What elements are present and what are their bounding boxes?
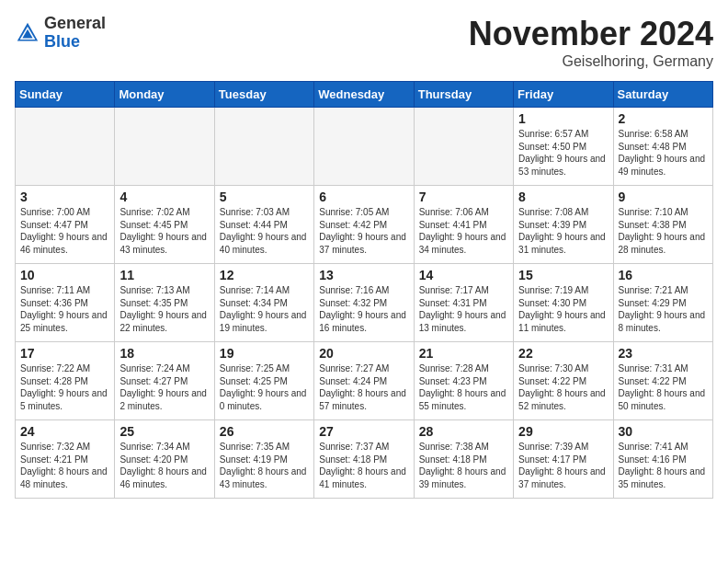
calendar-cell: 7Sunrise: 7:06 AM Sunset: 4:41 PM Daylig… (414, 186, 513, 264)
day-number: 14 (419, 268, 508, 282)
day-info: Sunrise: 7:14 AM Sunset: 4:34 PM Dayligh… (220, 284, 309, 334)
calendar-cell: 4Sunrise: 7:02 AM Sunset: 4:45 PM Daylig… (115, 186, 214, 264)
day-info: Sunrise: 7:35 AM Sunset: 4:19 PM Dayligh… (220, 441, 309, 490)
day-number: 2 (619, 111, 708, 126)
day-info: Sunrise: 7:19 AM Sunset: 4:30 PM Dayligh… (518, 284, 608, 334)
calendar-week-row: 10Sunrise: 7:11 AM Sunset: 4:36 PM Dayli… (16, 264, 713, 342)
day-number: 6 (319, 190, 408, 204)
weekday-header-row: SundayMondayTuesdayWednesdayThursdayFrid… (16, 82, 713, 108)
day-number: 15 (518, 268, 608, 282)
day-number: 29 (518, 424, 608, 439)
calendar-cell (16, 108, 115, 186)
logo-general: General (44, 15, 106, 33)
calendar-cell: 22Sunrise: 7:30 AM Sunset: 4:22 PM Dayli… (514, 342, 613, 420)
calendar-cell: 25Sunrise: 7:34 AM Sunset: 4:20 PM Dayli… (115, 420, 214, 499)
page-header: General Blue November 2024 Geiselhoring,… (15, 15, 713, 70)
calendar-cell: 17Sunrise: 7:22 AM Sunset: 4:28 PM Dayli… (16, 342, 115, 420)
day-info: Sunrise: 7:11 AM Sunset: 4:36 PM Dayligh… (20, 284, 109, 334)
day-number: 18 (119, 346, 209, 361)
day-info: Sunrise: 7:24 AM Sunset: 4:27 PM Dayligh… (119, 362, 209, 412)
logo: General Blue (15, 15, 106, 52)
day-number: 27 (319, 424, 408, 439)
day-info: Sunrise: 7:16 AM Sunset: 4:32 PM Dayligh… (319, 284, 408, 334)
day-info: Sunrise: 7:32 AM Sunset: 4:21 PM Dayligh… (20, 441, 109, 490)
calendar-cell: 11Sunrise: 7:13 AM Sunset: 4:35 PM Dayli… (115, 264, 214, 342)
calendar-week-row: 17Sunrise: 7:22 AM Sunset: 4:28 PM Dayli… (16, 342, 713, 420)
day-number: 26 (220, 424, 309, 439)
title-block: November 2024 Geiselhoring, Germany (469, 15, 713, 70)
day-info: Sunrise: 7:34 AM Sunset: 4:20 PM Dayligh… (119, 441, 209, 490)
day-number: 17 (20, 346, 109, 361)
day-info: Sunrise: 7:06 AM Sunset: 4:41 PM Dayligh… (419, 206, 508, 256)
day-number: 22 (518, 346, 608, 361)
day-number: 28 (419, 424, 508, 439)
day-info: Sunrise: 7:02 AM Sunset: 4:45 PM Dayligh… (119, 206, 209, 256)
day-number: 11 (119, 268, 209, 282)
calendar-cell: 2Sunrise: 6:58 AM Sunset: 4:48 PM Daylig… (613, 108, 712, 186)
day-info: Sunrise: 7:25 AM Sunset: 4:25 PM Dayligh… (220, 362, 309, 412)
calendar-cell: 29Sunrise: 7:39 AM Sunset: 4:17 PM Dayli… (514, 420, 613, 499)
calendar-week-row: 24Sunrise: 7:32 AM Sunset: 4:21 PM Dayli… (16, 420, 713, 499)
day-number: 8 (518, 190, 608, 204)
calendar-cell (214, 108, 313, 186)
weekday-header: Saturday (613, 82, 712, 108)
calendar-cell: 3Sunrise: 7:00 AM Sunset: 4:47 PM Daylig… (16, 186, 115, 264)
day-info: Sunrise: 7:27 AM Sunset: 4:24 PM Dayligh… (319, 362, 408, 412)
weekday-header: Wednesday (314, 82, 414, 108)
calendar-week-row: 1Sunrise: 6:57 AM Sunset: 4:50 PM Daylig… (16, 108, 713, 186)
day-number: 3 (20, 190, 109, 204)
day-info: Sunrise: 7:13 AM Sunset: 4:35 PM Dayligh… (119, 284, 209, 334)
day-number: 24 (20, 424, 109, 439)
day-number: 30 (619, 424, 708, 439)
day-number: 4 (119, 190, 209, 204)
weekday-header: Monday (115, 82, 214, 108)
calendar-cell: 14Sunrise: 7:17 AM Sunset: 4:31 PM Dayli… (414, 264, 513, 342)
logo-text: General Blue (44, 15, 106, 52)
calendar-cell: 10Sunrise: 7:11 AM Sunset: 4:36 PM Dayli… (16, 264, 115, 342)
weekday-header: Thursday (414, 82, 513, 108)
day-info: Sunrise: 7:30 AM Sunset: 4:22 PM Dayligh… (518, 362, 608, 412)
calendar-cell: 21Sunrise: 7:28 AM Sunset: 4:23 PM Dayli… (414, 342, 513, 420)
day-info: Sunrise: 7:37 AM Sunset: 4:18 PM Dayligh… (319, 441, 408, 490)
logo-blue: Blue (44, 33, 106, 52)
calendar-cell: 9Sunrise: 7:10 AM Sunset: 4:38 PM Daylig… (613, 186, 712, 264)
day-info: Sunrise: 7:00 AM Sunset: 4:47 PM Dayligh… (20, 206, 109, 256)
logo-icon (15, 20, 40, 46)
weekday-header: Sunday (16, 82, 115, 108)
calendar-cell (115, 108, 214, 186)
day-number: 20 (319, 346, 408, 361)
day-number: 1 (518, 111, 608, 126)
day-number: 21 (419, 346, 508, 361)
day-number: 16 (619, 268, 708, 282)
day-info: Sunrise: 7:38 AM Sunset: 4:18 PM Dayligh… (419, 441, 508, 490)
day-number: 23 (619, 346, 708, 361)
calendar-cell: 20Sunrise: 7:27 AM Sunset: 4:24 PM Dayli… (314, 342, 414, 420)
calendar-cell (314, 108, 414, 186)
calendar-cell: 16Sunrise: 7:21 AM Sunset: 4:29 PM Dayli… (613, 264, 712, 342)
calendar-cell: 15Sunrise: 7:19 AM Sunset: 4:30 PM Dayli… (514, 264, 613, 342)
day-number: 7 (419, 190, 508, 204)
day-info: Sunrise: 7:31 AM Sunset: 4:22 PM Dayligh… (619, 362, 708, 412)
calendar-cell: 26Sunrise: 7:35 AM Sunset: 4:19 PM Dayli… (214, 420, 313, 499)
day-info: Sunrise: 7:05 AM Sunset: 4:42 PM Dayligh… (319, 206, 408, 256)
calendar-cell: 1Sunrise: 6:57 AM Sunset: 4:50 PM Daylig… (514, 108, 613, 186)
calendar-cell: 19Sunrise: 7:25 AM Sunset: 4:25 PM Dayli… (214, 342, 313, 420)
calendar-cell: 8Sunrise: 7:08 AM Sunset: 4:39 PM Daylig… (514, 186, 613, 264)
calendar-cell: 12Sunrise: 7:14 AM Sunset: 4:34 PM Dayli… (214, 264, 313, 342)
calendar-cell: 6Sunrise: 7:05 AM Sunset: 4:42 PM Daylig… (314, 186, 414, 264)
day-info: Sunrise: 7:03 AM Sunset: 4:44 PM Dayligh… (220, 206, 309, 256)
day-info: Sunrise: 7:21 AM Sunset: 4:29 PM Dayligh… (619, 284, 708, 334)
day-info: Sunrise: 7:28 AM Sunset: 4:23 PM Dayligh… (419, 362, 508, 412)
calendar-cell: 28Sunrise: 7:38 AM Sunset: 4:18 PM Dayli… (414, 420, 513, 499)
calendar-table: SundayMondayTuesdayWednesdayThursdayFrid… (15, 81, 713, 499)
calendar-cell (414, 108, 513, 186)
day-info: Sunrise: 6:57 AM Sunset: 4:50 PM Dayligh… (518, 128, 608, 178)
day-number: 9 (619, 190, 708, 204)
day-number: 19 (220, 346, 309, 361)
calendar-cell: 27Sunrise: 7:37 AM Sunset: 4:18 PM Dayli… (314, 420, 414, 499)
calendar-cell: 13Sunrise: 7:16 AM Sunset: 4:32 PM Dayli… (314, 264, 414, 342)
day-number: 10 (20, 268, 109, 282)
day-number: 13 (319, 268, 408, 282)
day-info: Sunrise: 7:39 AM Sunset: 4:17 PM Dayligh… (518, 441, 608, 490)
day-number: 12 (220, 268, 309, 282)
